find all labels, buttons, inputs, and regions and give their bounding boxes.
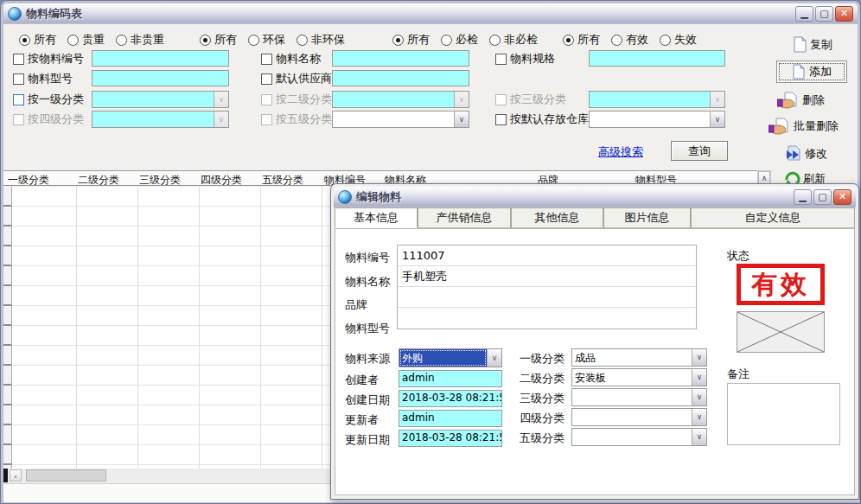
dropdown-arrow-icon[interactable]: ∨ <box>692 429 706 445</box>
dropdown-arrow-icon[interactable]: ∨ <box>692 409 706 425</box>
column-header[interactable]: 一级分类 <box>8 173 49 188</box>
tab-other-info[interactable]: 其他信息 <box>511 207 603 228</box>
filter-by-item-no[interactable]: 按物料编号 <box>13 52 84 66</box>
source-select[interactable]: 外购 ∨ <box>399 348 502 367</box>
main-titlebar[interactable]: 物料编码表 ▁ ▢ ✕ <box>3 3 858 24</box>
radio-valid[interactable]: 有效 <box>611 32 648 48</box>
column-header[interactable]: 四级分类 <box>201 173 242 188</box>
radio-all-env[interactable]: 所有 <box>200 32 237 48</box>
column-header[interactable]: 五级分类 <box>262 173 303 188</box>
query-button[interactable]: 查询 <box>671 141 728 161</box>
dropdown-arrow-icon[interactable]: ∨ <box>214 92 228 107</box>
filter-item-no-input[interactable] <box>92 50 229 67</box>
filter-item-model[interactable]: 物料型号 <box>13 72 73 86</box>
scroll-left-icon[interactable]: ‹ <box>10 469 22 482</box>
valid-filter-group: 所有 有效 失效 <box>563 32 697 48</box>
column-divider <box>322 187 322 469</box>
dropdown-arrow-icon[interactable]: ∨ <box>692 349 706 366</box>
radio-all-inspect[interactable]: 所有 <box>392 32 430 48</box>
filter-warehouse-select[interactable]: ∨ <box>589 111 725 128</box>
item-no-input[interactable] <box>398 246 696 266</box>
copy-button[interactable]: 复制 <box>793 36 832 53</box>
cat3-label: 三级分类 <box>520 391 564 406</box>
dropdown-arrow-icon: ∨ <box>710 92 724 107</box>
item-no-label: 物料编号 <box>345 250 390 265</box>
checkbox-icon[interactable] <box>261 73 272 85</box>
filter-item-spec[interactable]: 物料规格 <box>495 52 555 66</box>
radio-not-valuable[interactable]: 非贵重 <box>116 32 164 48</box>
tab-basic-info[interactable]: 基本信息 <box>335 207 418 228</box>
scroll-up-icon[interactable]: ∧ <box>758 171 770 184</box>
filter-cat5-select[interactable]: ∨ <box>332 111 469 128</box>
radio-invalid[interactable]: 失效 <box>660 32 697 48</box>
radio-all-valid[interactable]: 所有 <box>563 32 600 48</box>
hand-delete-icon <box>769 118 791 135</box>
column-header[interactable]: 二级分类 <box>78 173 119 188</box>
checkbox-icon[interactable] <box>495 54 507 65</box>
maximize-button[interactable]: ▢ <box>815 6 833 22</box>
image-placeholder <box>737 311 825 353</box>
checkbox-icon <box>261 94 272 105</box>
filter-item-model-input[interactable] <box>92 70 229 86</box>
minimize-button[interactable]: ▁ <box>794 189 812 205</box>
tab-supply-info[interactable]: 产供销信息 <box>418 207 511 228</box>
filter-default-supplier-input[interactable] <box>332 70 469 86</box>
cat1-select[interactable]: 成品∨ <box>571 348 707 367</box>
filter-item-spec-input[interactable] <box>589 50 725 67</box>
dropdown-arrow-icon[interactable]: ∨ <box>692 389 706 405</box>
maximize-button[interactable]: ▢ <box>813 189 832 205</box>
model-input[interactable] <box>398 308 696 329</box>
delete-button[interactable]: 删除 <box>777 92 825 109</box>
dropdown-arrow-icon[interactable]: ∨ <box>454 112 469 127</box>
filter-by-default-warehouse[interactable]: 按默认存放仓库 <box>495 112 589 126</box>
filter-cat1-select[interactable]: ∨ <box>92 91 229 108</box>
batch-delete-button[interactable]: 批量删除 <box>769 118 839 135</box>
filter-item-name[interactable]: 物料名称 <box>261 52 321 66</box>
filter-by-cat2: 按二级分类 <box>261 93 332 106</box>
radio-not-eco[interactable]: 非环保 <box>297 32 345 48</box>
inspect-filter-group: 所有 必检 非必检 <box>392 32 538 48</box>
radio-valuable[interactable]: 贵重 <box>67 32 105 48</box>
filter-cat3-select: ∨ <box>589 91 725 108</box>
cat1-label: 一级分类 <box>520 351 564 367</box>
advanced-search-link[interactable]: 高级搜索 <box>598 144 643 160</box>
checkbox-icon[interactable] <box>13 54 24 65</box>
tab-picture-info[interactable]: 图片信息 <box>603 207 691 228</box>
column-header[interactable]: 三级分类 <box>139 173 181 188</box>
checkbox-icon[interactable] <box>261 54 272 65</box>
radio-icon <box>116 35 127 46</box>
close-button[interactable]: ✕ <box>835 6 853 22</box>
checkbox-icon[interactable] <box>495 114 507 125</box>
radio-all-value[interactable]: 所有 <box>19 32 56 48</box>
modify-button[interactable]: 修改 <box>785 145 827 162</box>
window-title: 物料编码表 <box>26 6 82 22</box>
filter-by-cat5: 按五级分类 <box>261 112 332 126</box>
filter-item-name-input[interactable] <box>332 50 469 67</box>
add-button[interactable]: 添加 <box>776 61 847 83</box>
brand-input[interactable] <box>398 287 696 308</box>
cat2-select[interactable]: 安装板∨ <box>571 368 707 386</box>
checkbox-icon[interactable] <box>13 73 24 85</box>
dropdown-arrow-icon[interactable]: ∨ <box>692 369 706 386</box>
cat4-select[interactable]: ∨ <box>571 408 707 426</box>
radio-not-inspect[interactable]: 非必检 <box>489 32 538 48</box>
close-button[interactable]: ✕ <box>833 189 851 205</box>
env-filter-group: 所有 环保 非环保 <box>200 32 345 48</box>
radio-must-inspect[interactable]: 必检 <box>441 32 478 48</box>
remark-textarea[interactable] <box>727 383 840 445</box>
item-name-input[interactable] <box>398 266 696 287</box>
cat5-select[interactable]: ∨ <box>571 428 707 446</box>
dropdown-arrow-icon[interactable]: ∨ <box>487 349 501 367</box>
scrollbar-thumb[interactable] <box>26 469 106 482</box>
filter-default-supplier[interactable]: 默认供应商 <box>261 72 332 86</box>
dropdown-arrow-icon[interactable]: ∨ <box>710 112 724 127</box>
checkbox-icon[interactable] <box>13 94 24 105</box>
tab-custom-info[interactable]: 自定义信息 <box>691 207 855 228</box>
row-header-column <box>3 187 12 469</box>
filter-by-cat1[interactable]: 按一级分类 <box>13 93 84 106</box>
dialog-titlebar[interactable]: 编辑物料 ▁ ▢ ✕ <box>334 187 856 207</box>
remark-label: 备注 <box>727 367 749 382</box>
cat3-select[interactable]: ∨ <box>571 388 707 406</box>
radio-eco[interactable]: 环保 <box>248 32 285 48</box>
minimize-button[interactable]: ▁ <box>795 6 813 22</box>
